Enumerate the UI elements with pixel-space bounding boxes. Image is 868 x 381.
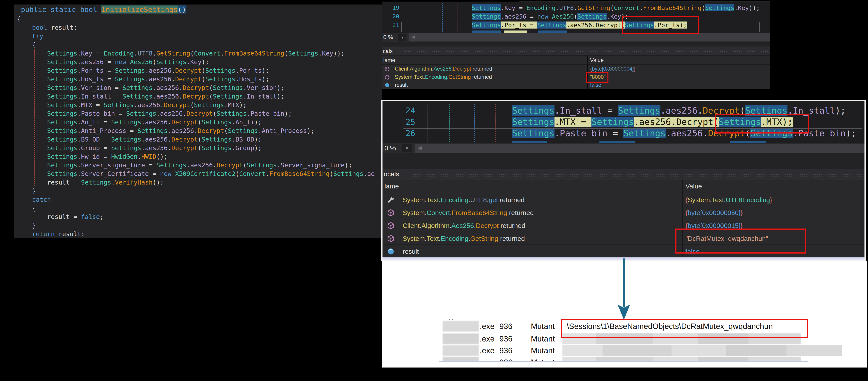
code-line[interactable]: Settings.Group = Settings.aes256.Decrypt… [14,144,382,152]
code-line[interactable]: } [14,221,382,230]
code-line[interactable]: 19Settings.Key = Encoding.UTF8.GetString… [382,3,770,12]
locals-row[interactable]: System.Convert.FromBase64String returned… [382,206,865,219]
code-token: Settings [472,13,501,20]
code-line[interactable]: return result: [14,230,382,238]
next-line-fragment [472,31,501,33]
locals-titlebar[interactable]: ocals [382,169,865,180]
line-number[interactable]: 24 [406,105,415,116]
code-line[interactable]: Settings.Server_signa_ture = Settings.ae… [14,161,382,169]
line-number[interactable]: 19 [393,3,399,12]
code-line[interactable]: { [14,204,382,213]
code-token: new [537,13,548,20]
code-line[interactable]: Settings.Anti_Process = Settings.aes256.… [14,126,382,135]
horizontal-scrollbar[interactable]: ◀ [415,144,865,153]
code-token: Settings [194,101,224,109]
code-token: ; [100,213,103,221]
column-header-name[interactable]: lame [383,57,395,63]
code-token [17,93,47,100]
code-token: .Ver_sion [243,84,277,92]
code-line[interactable]: Settings.aes256 = new Aes256(Settings.Ke… [14,58,382,66]
code-line[interactable]: Settings.Key = Encoding.UTF8.GetString(C… [14,49,382,58]
code-token: )); [749,4,760,11]
code-line[interactable]: { [14,15,382,23]
code-token: false [81,213,100,221]
code-token: Settings [288,50,318,57]
process-row[interactable]: .exe936Mutant [438,345,842,356]
scroll-left-icon[interactable]: ◀ [418,145,422,151]
process-row[interactable]: .exe936Mutant [438,356,842,361]
code-line[interactable]: Settings.In_stall = Settings.aes256.Decr… [14,92,382,101]
method-icon [384,74,390,81]
code-line[interactable]: bool result; [14,23,382,32]
code-token: byte [688,209,700,216]
locals-titlebar[interactable]: cals [382,46,770,56]
code-line[interactable]: Settings.An_ti = Settings.aes256.Decrypt… [14,118,382,126]
code-token: . [439,235,440,242]
code-token: . [432,66,434,72]
code-token: UTF8 [470,196,487,203]
code-token: Settings [213,84,243,92]
code-token: = [115,110,126,117]
locals-row[interactable]: System.Text.Encoding.UTF8.get returned{S… [382,193,865,206]
locals-row[interactable]: resultfalse [382,81,770,89]
code-token: .Server_Certificate [77,170,149,178]
code-token: Settings [81,179,111,186]
highlight-red-box-decrypt-call [622,16,699,34]
code-token: .BS_OD [231,136,254,143]
line-number[interactable]: 21 [393,21,399,29]
code-token: .aes256 [168,127,194,134]
code-token: . [425,209,427,216]
code-line[interactable]: Settings.Hw_id = HwidGen.HWID(); [14,152,382,161]
code-token: . [450,209,452,216]
code-token: Settings [333,170,363,178]
code-token: ); [345,161,352,169]
code-line[interactable]: Settings.BS_OD = Settings.aes256.Decrypt… [14,135,382,144]
locals-row[interactable]: Client.Algorithm.Aes256.Decrypt returned… [382,64,770,73]
code-line[interactable]: try [14,32,382,40]
code-token: . [439,196,440,203]
code-line[interactable]: Settings.Hos_ts = Settings.aes256.Decryp… [14,75,382,84]
code-line[interactable]: result = Settings.VerifyHash(); [14,178,382,187]
code-line[interactable]: Settings.Paste_bin = Settings.aes256.Dec… [14,109,382,118]
code-token: . [724,196,726,203]
code-line[interactable]: Settings.Por_ts = Settings.aes256.Decryp… [14,66,382,75]
line-number[interactable]: 26 [406,128,415,139]
code-line[interactable]: Settings.MTX = Settings.aes256.Decrypt(S… [14,101,382,109]
editor-bottom-bar: 0 % ▾ ◀ [382,33,770,42]
code-token: . [179,84,183,92]
code-token: Settings [47,84,77,92]
process-pid: 936 [499,333,517,344]
code-token [17,161,47,169]
code-token: .aes256 [501,13,526,20]
code-token: Settings [126,110,156,117]
code-line[interactable]: { [14,40,382,49]
code-line[interactable]: Settings.Ver_sion = Settings.aes256.Decr… [14,84,382,92]
code-line[interactable]: result = false; [14,213,382,221]
code-line[interactable]: Settings.Server_Certificate = new X509Ce… [14,169,382,178]
code-token: ); [202,58,209,66]
horizontal-scrollbar[interactable]: ◀ [409,33,770,41]
column-header-value[interactable]: Value [685,182,702,190]
code-line[interactable]: catch [14,195,382,204]
line-number[interactable]: 20 [393,12,399,21]
code-token: ( [153,58,156,66]
column-header-name[interactable]: lame [384,182,399,190]
code-token [17,75,47,83]
code-line[interactable]: public static bool InitializeSettings() [14,4,382,15]
code-token: ( [198,119,202,126]
code-token: Settings [111,119,141,126]
code-token: Decrypt [198,127,224,134]
zoom-dropdown-button[interactable]: ▾ [398,34,407,41]
code-lines: public static bool InitializeSettings(){… [14,4,382,238]
code-token: { [685,196,688,203]
locals-row[interactable]: System.Text.Encoding.GetString returned"… [382,73,770,81]
scroll-left-icon[interactable]: ◀ [411,34,415,39]
process-ext: .exe [469,345,495,356]
code-line[interactable]: } [14,187,382,195]
code-token: .Hos_ts [235,75,262,83]
code-token: .aes256 [186,161,213,169]
code-token [126,58,130,66]
column-header-value[interactable]: Value [590,57,604,63]
code-line[interactable]: 20Settings.aes256 = new Aes256(Settings.… [382,12,770,21]
zoom-dropdown-button[interactable]: ▾ [402,144,412,152]
